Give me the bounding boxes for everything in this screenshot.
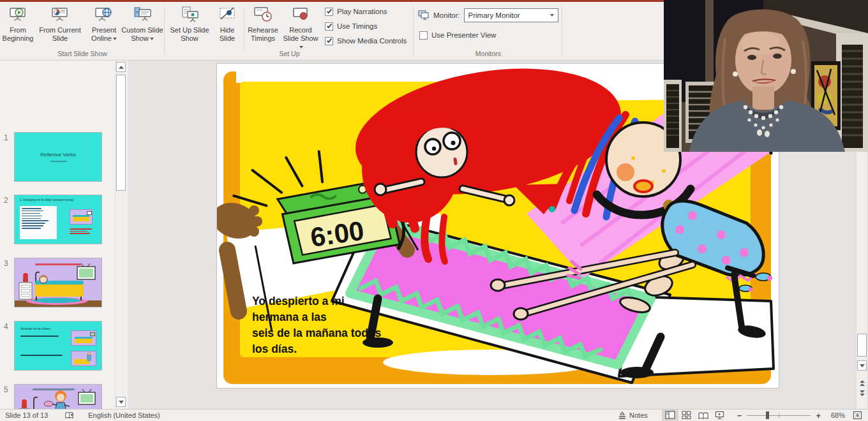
slide-1-title: Reflexive Verbs bbox=[15, 152, 101, 158]
scroll-up-button[interactable] bbox=[116, 62, 126, 72]
start-slide-show-group-label: Start Slide Show bbox=[0, 50, 165, 57]
slide-indicator-text: Slide 13 of 13 bbox=[5, 411, 48, 419]
notes-label: Notes bbox=[629, 411, 648, 419]
hide-slide-label: Hide Slide bbox=[214, 26, 241, 43]
use-timings-checkbox[interactable]: Use Timings bbox=[325, 21, 377, 31]
normal-view-button[interactable] bbox=[662, 410, 678, 421]
play-narrations-checkbox[interactable]: Play Narrations bbox=[325, 6, 387, 17]
slide-thumbnail-4[interactable]: Acostar-to lie down bbox=[14, 321, 102, 371]
use-presenter-view-checkbox-box[interactable] bbox=[419, 31, 428, 40]
next-slide-button[interactable] bbox=[858, 388, 867, 397]
slide-indicator[interactable]: Slide 13 of 13 bbox=[5, 410, 53, 421]
play-narrations-label: Play Narrations bbox=[337, 8, 387, 15]
from-beginning-label: From Beginning bbox=[3, 26, 34, 43]
slide-text-line: Yo despierto a mi bbox=[252, 293, 431, 309]
scrollbar-thumb[interactable] bbox=[116, 75, 126, 191]
slide-thumbnail-3[interactable] bbox=[14, 258, 102, 307]
from-beginning-button[interactable]: From Beginning bbox=[3, 3, 33, 49]
zoom-slider-tick bbox=[779, 413, 779, 418]
notes-icon bbox=[618, 411, 627, 420]
monitor-dropdown-value: Primary Monitor bbox=[468, 11, 520, 19]
slide-text-line: los días. bbox=[252, 341, 431, 357]
checkmark-icon bbox=[326, 8, 331, 14]
use-timings-checkbox-box[interactable] bbox=[325, 22, 333, 31]
normal-view-icon bbox=[665, 411, 675, 420]
thumbnail-panel-scrollbar[interactable] bbox=[115, 61, 126, 409]
present-online-button[interactable]: Present Online bbox=[88, 3, 120, 49]
slide-number: 1 bbox=[4, 133, 13, 142]
group-separator bbox=[562, 6, 562, 55]
slide-number: 2 bbox=[4, 196, 13, 205]
zoom-slider-thumb[interactable] bbox=[766, 411, 769, 419]
use-presenter-view-checkbox[interactable]: Use Presenter View bbox=[419, 30, 496, 40]
reading-view-button[interactable] bbox=[695, 410, 712, 421]
slide-sorter-icon bbox=[682, 411, 691, 420]
zoom-out-button[interactable]: − bbox=[735, 411, 745, 420]
set-up-slide-show-button[interactable]: Set Up Slide Show bbox=[168, 3, 211, 49]
slide-sorter-view-button[interactable] bbox=[678, 410, 695, 421]
main-scrollbar-thumb[interactable] bbox=[857, 334, 867, 357]
slide-2-image bbox=[70, 209, 93, 225]
language-button[interactable]: English (United States) bbox=[83, 410, 165, 421]
spell-check-button[interactable] bbox=[59, 410, 79, 421]
slide-2-bullet-box bbox=[20, 206, 57, 239]
slide-thumbnail-2[interactable]: 1. Acostarse-to lie down (present tense) bbox=[14, 195, 102, 244]
button-separator bbox=[244, 8, 244, 50]
rehearse-timings-button[interactable]: Rehearse Timings bbox=[246, 3, 280, 49]
from-beginning-icon bbox=[8, 5, 27, 24]
previous-slide-button[interactable] bbox=[858, 379, 867, 388]
custom-slide-show-button[interactable]: Custom Slide Show bbox=[121, 3, 163, 49]
monitor-dropdown[interactable]: Primary Monitor bbox=[464, 8, 558, 22]
slide-4-title: Acostar-to lie down bbox=[20, 327, 50, 330]
ribbon-group-monitors: Monitor: Primary Monitor Use Presenter V… bbox=[414, 2, 562, 59]
monitors-group-label: Monitors bbox=[414, 50, 562, 57]
slide-number: 4 bbox=[4, 322, 13, 331]
notes-button[interactable]: Notes bbox=[613, 410, 653, 421]
spell-check-icon bbox=[64, 411, 74, 420]
present-online-icon bbox=[94, 5, 114, 24]
scroll-down-button[interactable] bbox=[116, 397, 126, 407]
slide-2-title: 1. Acostarse-to lie down (present tense) bbox=[20, 198, 74, 202]
double-down-arrow-icon bbox=[858, 389, 866, 397]
group-separator bbox=[164, 6, 165, 55]
slide-number: 5 bbox=[4, 385, 13, 394]
zoom-level[interactable]: 68% bbox=[823, 411, 845, 419]
slide-show-view-button[interactable] bbox=[712, 410, 728, 421]
record-slide-show-button[interactable]: Record Slide Show bbox=[281, 3, 320, 49]
custom-slide-show-label: Custom Slide Show bbox=[121, 26, 163, 43]
from-current-slide-button[interactable]: From Current Slide bbox=[34, 3, 86, 49]
slide-1-subtitle bbox=[50, 161, 67, 162]
show-media-controls-checkbox-box[interactable] bbox=[325, 37, 333, 45]
zoom-slider[interactable] bbox=[747, 410, 811, 421]
play-narrations-checkbox-box[interactable] bbox=[325, 8, 333, 16]
double-up-arrow-icon bbox=[858, 380, 866, 387]
show-media-controls-checkbox[interactable]: Show Media Controls bbox=[325, 36, 407, 46]
slide-5-drawing bbox=[15, 385, 101, 409]
ribbon-group-set-up: Set Up Slide Show Hide Slide Rehearse Ti… bbox=[165, 2, 414, 59]
language-text: English (United States) bbox=[88, 411, 160, 419]
monitor-label: Monitor: bbox=[433, 11, 460, 19]
slide-text-block[interactable]: Yo despierto a mi hermana a las seis de … bbox=[252, 293, 431, 357]
custom-slide-show-text: Custom Slide Show bbox=[121, 26, 163, 42]
hide-slide-icon bbox=[218, 5, 237, 24]
group-separator bbox=[413, 6, 414, 55]
monitor-row: Monitor: Primary Monitor bbox=[418, 8, 558, 22]
slide-thumbnail-1[interactable]: Reflexive Verbs bbox=[14, 132, 102, 182]
custom-slide-show-caret-icon bbox=[150, 38, 154, 40]
slide-thumbnail-5[interactable] bbox=[14, 384, 102, 409]
down-arrow-icon bbox=[860, 364, 865, 367]
monitor-dropdown-caret-icon bbox=[550, 14, 554, 17]
custom-slide-show-icon bbox=[133, 5, 152, 24]
set-up-slide-show-label: Set Up Slide Show bbox=[168, 26, 211, 43]
set-up-group-label: Set Up bbox=[165, 50, 414, 57]
down-arrow-icon bbox=[119, 401, 124, 404]
hide-slide-button[interactable]: Hide Slide bbox=[214, 3, 241, 49]
fit-slide-to-window-button[interactable] bbox=[849, 410, 865, 421]
powerpoint-window: From Beginning From Current Slide Presen… bbox=[0, 0, 868, 421]
webcam-overlay[interactable] bbox=[664, 0, 868, 152]
zoom-in-button[interactable]: + bbox=[813, 411, 823, 420]
checkmark-icon bbox=[326, 38, 331, 43]
reading-view-icon bbox=[698, 411, 708, 420]
main-scroll-down-button[interactable] bbox=[857, 360, 867, 371]
record-slide-show-caret-icon bbox=[299, 46, 303, 48]
